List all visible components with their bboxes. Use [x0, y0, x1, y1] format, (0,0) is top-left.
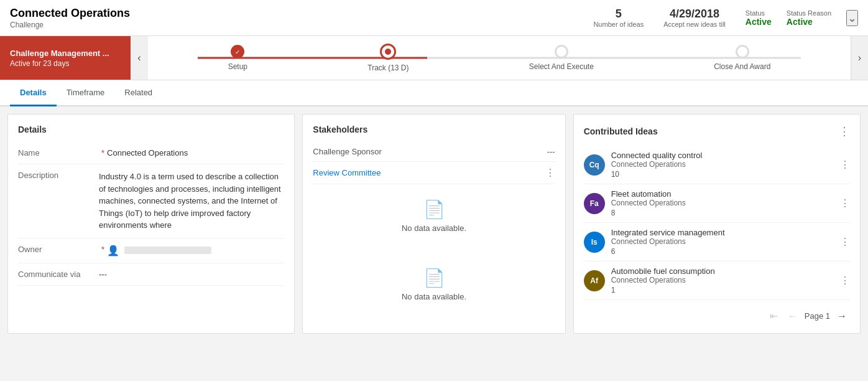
badge-title: Challenge Management ...: [10, 49, 121, 58]
idea-subtitle: Connected Operations: [611, 199, 834, 207]
status-block: Status Active: [746, 9, 772, 27]
app-title: Connected Operations: [10, 7, 130, 20]
progress-line: [198, 57, 801, 59]
tab-related[interactable]: Related: [114, 80, 162, 106]
list-item: Is Integrated service management Connect…: [584, 223, 850, 261]
pagination-page-label: Page 1: [805, 311, 830, 321]
date-stat: 4/29/2018 Accept new ideas till: [663, 7, 726, 28]
idea-avatar: Af: [584, 270, 605, 291]
owner-blur: [124, 247, 211, 254]
idea-info: Fleet automation Connected Operations 8: [611, 189, 834, 217]
person-icon: 👤: [107, 245, 119, 256]
review-committee-no-data: 📄 No data available.: [313, 184, 555, 248]
review-committee-row: Review Committee ⋮: [313, 162, 555, 184]
ideas-pagination: ⇤ ← Page 1 →: [584, 303, 850, 323]
owner-row: 👤: [107, 245, 284, 256]
idea-count: 1: [611, 286, 834, 294]
ideas-card-header: Contributed Ideas ⋮: [584, 125, 850, 138]
idea-info: Integrated service management Connected …: [611, 228, 834, 256]
owner-required-star: *: [101, 245, 104, 254]
app-subtitle: Challenge: [10, 21, 44, 29]
status-label: Status: [746, 9, 772, 17]
step-label-close: Close And Award: [714, 62, 770, 71]
checkmark-icon: ✓: [235, 49, 240, 55]
step-circle-close: [736, 45, 749, 59]
chevron-down-icon[interactable]: ⌄: [846, 10, 858, 26]
main-content: Details Name * Connected Operations Desc…: [0, 106, 868, 341]
challenge-badge[interactable]: Challenge Management ... Active for 23 d…: [0, 36, 131, 80]
tab-details[interactable]: Details: [10, 80, 57, 106]
pagination-next-button[interactable]: →: [834, 309, 850, 323]
idea-more-icon[interactable]: ⋮: [840, 275, 850, 286]
review-committee-more-icon[interactable]: ⋮: [545, 167, 555, 179]
ideas-more-icon[interactable]: ⋮: [839, 125, 850, 138]
idea-more-icon[interactable]: ⋮: [840, 236, 850, 248]
header-status-block: Status Active Status Reason Active ⌄: [746, 9, 858, 27]
step-label-setup: Setup: [228, 62, 247, 71]
progress-prev-button[interactable]: ‹: [131, 36, 148, 80]
app-header: Connected Operations Challenge 5 Number …: [0, 0, 868, 36]
ideas-count-label: Number of ideas: [593, 21, 644, 28]
stakeholders-card-title: Stakeholders: [313, 125, 555, 134]
progress-next-button[interactable]: ›: [851, 36, 868, 80]
status-reason-label: Status Reason: [787, 9, 831, 17]
stakeholders-no-data-text: No data available.: [402, 292, 466, 301]
details-card-title: Details: [18, 125, 284, 134]
details-card: Details Name * Connected Operations Desc…: [7, 114, 295, 334]
idea-title: Fleet automation: [611, 189, 834, 199]
field-row-description: Description Industry 4.0 is a term used …: [18, 164, 284, 238]
step-circle-track: [380, 44, 396, 60]
status-reason-block: Status Reason Active: [787, 9, 831, 27]
idea-avatar: Is: [584, 232, 605, 253]
no-data-doc-icon2: 📄: [423, 268, 445, 288]
idea-info: Connected quality control Connected Oper…: [611, 151, 834, 179]
tab-timeframe[interactable]: Timeframe: [57, 80, 115, 106]
idea-more-icon[interactable]: ⋮: [840, 197, 850, 209]
ideas-card-title: Contributed Ideas: [584, 126, 658, 136]
ideas-count-stat: 5 Number of ideas: [593, 7, 644, 28]
tab-bar: Details Timeframe Related: [0, 80, 868, 106]
idea-count: 10: [611, 170, 834, 179]
idea-subtitle: Connected Operations: [611, 237, 834, 246]
field-row-name: Name * Connected Operations: [18, 142, 284, 164]
ideas-count-value: 5: [593, 7, 644, 21]
no-data-doc-icon: 📄: [423, 199, 445, 220]
step-circle-setup: ✓: [231, 45, 244, 59]
name-value: Connected Operations: [107, 148, 284, 158]
step-circle-select: [555, 45, 568, 59]
name-label: Name: [18, 148, 99, 158]
step-label-select: Select And Execute: [529, 62, 594, 71]
owner-label: Owner: [18, 245, 99, 254]
idea-more-icon[interactable]: ⋮: [840, 159, 850, 171]
header-title-block: Connected Operations Challenge: [10, 7, 130, 29]
stakeholders-card: Stakeholders Challenge Sponsor --- Revie…: [302, 114, 565, 334]
communicate-value: ---: [99, 270, 284, 279]
list-item: Fa Fleet automation Connected Operations…: [584, 184, 850, 223]
date-label: Accept new ideas till: [663, 21, 726, 28]
review-committee-link[interactable]: Review Committee: [313, 168, 381, 177]
owner-value: 👤: [107, 245, 284, 256]
sponsor-row: Challenge Sponsor ---: [313, 142, 555, 162]
idea-title: Connected quality control: [611, 151, 834, 160]
step-track: Track (13 D): [367, 44, 409, 72]
pagination-first-button[interactable]: ⇤: [767, 309, 781, 323]
header-stats: 5 Number of ideas 4/29/2018 Accept new i…: [593, 7, 858, 28]
list-item: Af Automobile fuel consumption Connected…: [584, 261, 850, 300]
idea-title: Integrated service management: [611, 228, 834, 237]
field-row-communicate: Communicate via ---: [18, 263, 284, 286]
step-label-track: Track (13 D): [367, 64, 409, 72]
idea-title: Automobile fuel consumption: [611, 266, 834, 276]
status-reason-value: Active: [787, 17, 831, 27]
badge-days: Active for 23 days: [10, 59, 121, 68]
communicate-label: Communicate via: [18, 270, 99, 279]
idea-subtitle: Connected Operations: [611, 276, 834, 285]
name-required-star: *: [101, 148, 104, 158]
status-value: Active: [746, 17, 772, 27]
step-close: Close And Award: [714, 45, 770, 71]
ideas-list: Cq Connected quality control Connected O…: [584, 146, 850, 300]
pagination-prev-button[interactable]: ←: [785, 309, 801, 323]
sponsor-label: Challenge Sponsor: [313, 147, 382, 156]
review-committee-no-data-text: No data available.: [402, 223, 466, 233]
list-item: Cq Connected quality control Connected O…: [584, 146, 850, 184]
idea-avatar: Fa: [584, 193, 605, 214]
